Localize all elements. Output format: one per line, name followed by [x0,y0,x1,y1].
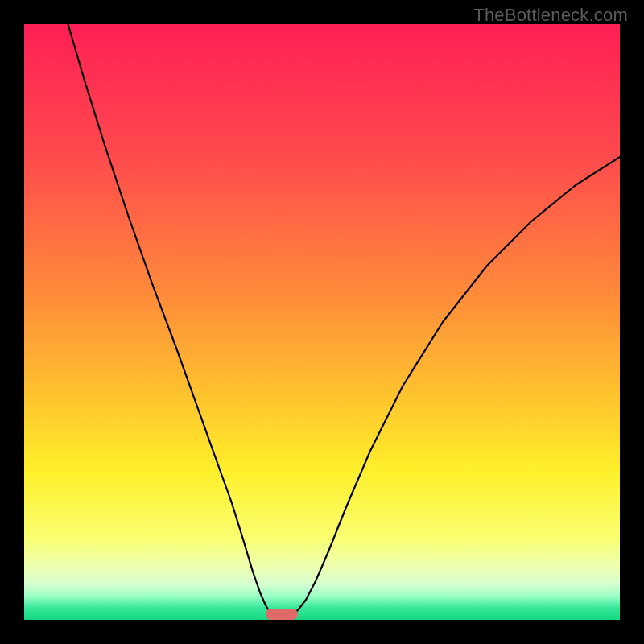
optimum-marker [266,609,298,620]
chart-frame: TheBottleneck.com [0,0,644,644]
bottleneck-curve [24,24,620,620]
plot-area [24,24,620,620]
watermark-text: TheBottleneck.com [473,5,628,26]
